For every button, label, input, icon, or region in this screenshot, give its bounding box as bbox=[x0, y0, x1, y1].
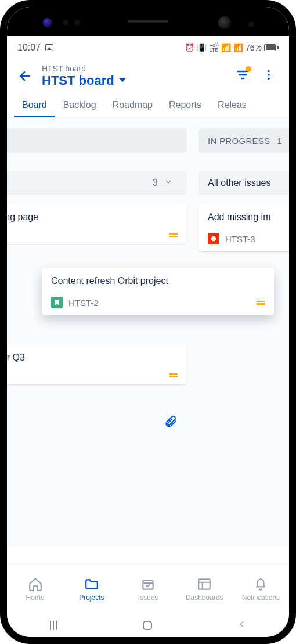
column-header-todo[interactable] bbox=[7, 128, 187, 153]
swimlane-header-right[interactable]: All other issues bbox=[198, 171, 289, 195]
issue-type-bug-icon bbox=[208, 233, 219, 244]
android-home-button[interactable] bbox=[143, 621, 152, 630]
android-recent-button[interactable] bbox=[50, 621, 57, 630]
attachment-button[interactable] bbox=[164, 415, 178, 431]
nav-label: Projects bbox=[79, 593, 104, 602]
svg-point-2 bbox=[268, 78, 270, 80]
alarm-icon: ⏰ bbox=[185, 43, 194, 52]
column-header-inprogress[interactable]: IN PROGRESS 1 bbox=[198, 128, 289, 153]
kanban-board[interactable]: IN PROGRESS 1 ues 3 All other issues and… bbox=[7, 118, 289, 548]
issue-key: HTST-2 bbox=[68, 298, 99, 308]
board-switcher[interactable]: HTST board bbox=[42, 73, 236, 88]
issue-card[interactable]: Add missing im HTST-3 bbox=[198, 204, 289, 251]
issue-card[interactable]: anding page bbox=[7, 204, 187, 244]
svg-point-3 bbox=[211, 236, 216, 241]
card-title: Content refresh Orbit project bbox=[51, 276, 265, 286]
more-menu-button[interactable] bbox=[262, 69, 275, 84]
svg-point-0 bbox=[268, 70, 270, 73]
svg-rect-5 bbox=[198, 579, 210, 589]
card-title: itz for Q3 bbox=[7, 352, 178, 363]
status-bar: 10:07 ⏰ 📳 Vo))LTE 📶 📶 76% bbox=[7, 36, 289, 59]
nav-projects[interactable]: Projects bbox=[63, 564, 120, 614]
column-count: 1 bbox=[277, 136, 283, 146]
swimlane-label: All other issues bbox=[208, 178, 271, 188]
nav-label: Home bbox=[26, 593, 45, 602]
vibrate-icon: 📳 bbox=[197, 43, 207, 52]
issue-key: HTST-3 bbox=[225, 234, 255, 244]
nav-label: Dashboards bbox=[186, 593, 223, 602]
tab-releases[interactable]: Releas bbox=[210, 94, 255, 117]
board-title: HTST board bbox=[42, 73, 114, 88]
filter-button[interactable] bbox=[236, 68, 250, 84]
card-title: Add missing im bbox=[208, 212, 289, 222]
card-title: anding page bbox=[7, 212, 178, 222]
screenshot-icon bbox=[45, 44, 53, 51]
android-nav-bar bbox=[7, 614, 289, 637]
caret-down-icon bbox=[119, 75, 126, 86]
volte-icon: Vo))LTE bbox=[209, 43, 219, 52]
priority-medium-icon bbox=[169, 373, 178, 377]
nav-home[interactable]: Home bbox=[7, 564, 63, 614]
tab-backlog[interactable]: Backlog bbox=[55, 94, 104, 117]
priority-medium-icon bbox=[169, 233, 178, 237]
svg-rect-4 bbox=[143, 581, 153, 589]
nav-label: Notifications bbox=[242, 593, 280, 602]
breadcrumb: HTST board bbox=[42, 64, 236, 73]
tab-reports[interactable]: Reports bbox=[161, 94, 210, 117]
issue-card-dragging[interactable]: Content refresh Orbit project HTST-2 bbox=[42, 268, 274, 315]
tab-board[interactable]: Board bbox=[14, 94, 55, 117]
issue-card[interactable]: itz for Q3 bbox=[7, 344, 187, 384]
chevron-down-icon bbox=[164, 177, 173, 189]
tab-bar: Board Backlog Roadmap Reports Releas bbox=[7, 94, 289, 118]
bottom-nav: Home Projects Issues Dashboards Notifica… bbox=[7, 564, 289, 614]
status-time: 10:07 bbox=[17, 42, 41, 53]
swimlane-count: 3 bbox=[153, 178, 158, 188]
svg-point-1 bbox=[268, 74, 270, 76]
nav-label: Issues bbox=[138, 593, 158, 602]
back-button[interactable] bbox=[15, 69, 36, 84]
issue-type-story-icon bbox=[51, 297, 63, 308]
tab-roadmap[interactable]: Roadmap bbox=[104, 94, 161, 117]
battery-percent: 76% bbox=[246, 43, 262, 52]
battery-icon bbox=[264, 44, 279, 51]
priority-medium-icon bbox=[257, 301, 265, 305]
toolbar-row: e bbox=[7, 408, 187, 437]
nav-dashboards[interactable]: Dashboards bbox=[176, 564, 233, 614]
wifi-icon: 📶 bbox=[221, 43, 231, 52]
swimlane-header-left[interactable]: ues 3 bbox=[7, 171, 187, 195]
filter-active-indicator bbox=[246, 66, 251, 72]
signal-icon: 📶 bbox=[233, 43, 243, 52]
nav-notifications[interactable]: Notifications bbox=[233, 564, 289, 614]
column-title: IN PROGRESS bbox=[208, 136, 270, 146]
android-back-button[interactable] bbox=[238, 620, 246, 631]
nav-issues[interactable]: Issues bbox=[120, 564, 176, 614]
